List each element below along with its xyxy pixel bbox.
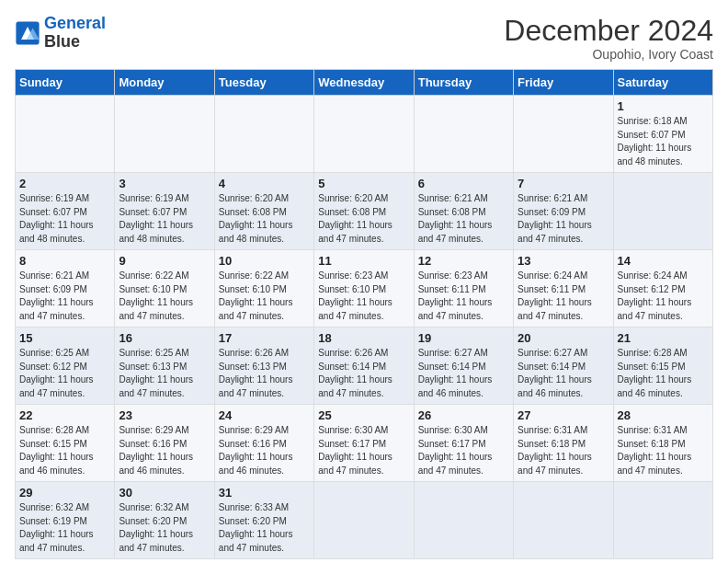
day-detail: Sunrise: 6:21 AMSunset: 6:08 PMDaylight:… (418, 192, 509, 246)
day-detail: Sunrise: 6:32 AMSunset: 6:20 PMDaylight:… (119, 501, 210, 555)
title-block: December 2024 Oupohio, Ivory Coast (504, 15, 713, 62)
day-number: 19 (418, 331, 509, 345)
calendar-empty-cell (16, 96, 115, 173)
calendar-day-cell: 20 Sunrise: 6:27 AMSunset: 6:14 PMDaylig… (514, 327, 613, 405)
day-detail: Sunrise: 6:21 AMSunset: 6:09 PMDaylight:… (518, 192, 609, 246)
day-number: 7 (518, 177, 609, 190)
day-detail: Sunrise: 6:32 AMSunset: 6:19 PMDaylight:… (19, 501, 110, 555)
day-number: 1 (618, 99, 709, 113)
day-detail: Sunrise: 6:19 AMSunset: 6:07 PMDaylight:… (19, 192, 110, 246)
calendar-day-cell: 31 Sunrise: 6:33 AMSunset: 6:20 PMDaylig… (214, 482, 313, 559)
calendar-day-cell: 19 Sunrise: 6:27 AMSunset: 6:14 PMDaylig… (414, 327, 513, 405)
calendar-empty-cell (314, 96, 414, 173)
day-detail: Sunrise: 6:29 AMSunset: 6:16 PMDaylight:… (219, 424, 310, 477)
calendar-day-cell: 8 Sunrise: 6:21 AMSunset: 6:09 PMDayligh… (16, 250, 115, 327)
calendar-day-header: Thursday (414, 70, 513, 96)
day-detail: Sunrise: 6:22 AMSunset: 6:10 PMDaylight:… (219, 270, 310, 323)
day-number: 8 (19, 254, 110, 268)
day-detail: Sunrise: 6:29 AMSunset: 6:16 PMDaylight:… (119, 424, 210, 477)
calendar-week-row: 29 Sunrise: 6:32 AMSunset: 6:19 PMDaylig… (16, 482, 713, 559)
calendar-day-header: Sunday (16, 70, 115, 96)
calendar-week-row: 15 Sunrise: 6:25 AMSunset: 6:12 PMDaylig… (16, 327, 713, 405)
calendar-empty-cell (414, 96, 513, 173)
calendar-week-row: 22 Sunrise: 6:28 AMSunset: 6:15 PMDaylig… (16, 405, 713, 482)
calendar-day-cell: 28 Sunrise: 6:31 AMSunset: 6:18 PMDaylig… (613, 405, 712, 482)
logo-icon (15, 20, 40, 46)
page-header: General Blue December 2024 Oupohio, Ivor… (15, 15, 713, 62)
day-detail: Sunrise: 6:24 AMSunset: 6:12 PMDaylight:… (618, 270, 709, 323)
day-detail: Sunrise: 6:28 AMSunset: 6:15 PMDaylight:… (618, 347, 709, 400)
day-number: 15 (19, 331, 110, 345)
day-number: 14 (618, 254, 709, 268)
calendar-day-cell: 29 Sunrise: 6:32 AMSunset: 6:19 PMDaylig… (16, 482, 115, 559)
calendar-week-row: 2 Sunrise: 6:19 AMSunset: 6:07 PMDayligh… (16, 173, 713, 250)
calendar-empty-cell (115, 96, 214, 173)
day-detail: Sunrise: 6:26 AMSunset: 6:13 PMDaylight:… (219, 347, 310, 400)
day-detail: Sunrise: 6:28 AMSunset: 6:15 PMDaylight:… (19, 424, 110, 477)
calendar-week-row: 1 Sunrise: 6:18 AMSunset: 6:07 PMDayligh… (16, 96, 713, 173)
calendar-day-cell: 22 Sunrise: 6:28 AMSunset: 6:15 PMDaylig… (16, 405, 115, 482)
logo-text: General Blue (44, 15, 106, 52)
calendar-day-header: Wednesday (314, 70, 414, 96)
calendar-day-cell: 15 Sunrise: 6:25 AMSunset: 6:12 PMDaylig… (16, 327, 115, 405)
calendar-day-cell: 3 Sunrise: 6:19 AMSunset: 6:07 PMDayligh… (115, 173, 214, 250)
day-detail: Sunrise: 6:18 AMSunset: 6:07 PMDaylight:… (618, 115, 709, 168)
day-detail: Sunrise: 6:27 AMSunset: 6:14 PMDaylight:… (518, 347, 609, 400)
day-number: 24 (219, 408, 310, 422)
logo-line1: General (44, 14, 106, 32)
calendar-day-cell: 30 Sunrise: 6:32 AMSunset: 6:20 PMDaylig… (115, 482, 214, 559)
calendar-day-cell: 1 Sunrise: 6:18 AMSunset: 6:07 PMDayligh… (613, 96, 712, 173)
calendar-subtitle: Oupohio, Ivory Coast (504, 47, 713, 62)
calendar-day-cell (613, 482, 712, 559)
day-number: 4 (219, 177, 310, 190)
day-number: 30 (119, 486, 210, 500)
calendar-day-cell: 2 Sunrise: 6:19 AMSunset: 6:07 PMDayligh… (16, 173, 115, 250)
day-number: 26 (418, 408, 509, 422)
calendar-day-cell: 21 Sunrise: 6:28 AMSunset: 6:15 PMDaylig… (613, 327, 712, 405)
day-number: 3 (119, 177, 210, 190)
day-detail: Sunrise: 6:20 AMSunset: 6:08 PMDaylight:… (318, 192, 409, 246)
calendar-day-header: Tuesday (214, 70, 313, 96)
calendar-day-cell: 16 Sunrise: 6:25 AMSunset: 6:13 PMDaylig… (115, 327, 214, 405)
day-number: 23 (119, 408, 210, 422)
day-detail: Sunrise: 6:25 AMSunset: 6:12 PMDaylight:… (19, 347, 110, 400)
day-number: 16 (119, 331, 210, 345)
calendar-table: SundayMondayTuesdayWednesdayThursdayFrid… (15, 69, 713, 559)
calendar-day-cell: 12 Sunrise: 6:23 AMSunset: 6:11 PMDaylig… (414, 250, 513, 327)
calendar-day-header: Monday (115, 70, 214, 96)
calendar-day-cell (414, 482, 513, 559)
day-detail: Sunrise: 6:23 AMSunset: 6:10 PMDaylight:… (318, 270, 409, 323)
day-detail: Sunrise: 6:30 AMSunset: 6:17 PMDaylight:… (318, 424, 409, 477)
day-number: 18 (318, 331, 409, 345)
day-detail: Sunrise: 6:27 AMSunset: 6:14 PMDaylight:… (418, 347, 509, 400)
day-number: 28 (618, 408, 709, 422)
day-number: 6 (418, 177, 509, 190)
calendar-day-header: Friday (514, 70, 613, 96)
day-number: 17 (219, 331, 310, 345)
calendar-empty-cell (514, 96, 613, 173)
day-detail: Sunrise: 6:21 AMSunset: 6:09 PMDaylight:… (19, 270, 110, 323)
calendar-day-cell: 11 Sunrise: 6:23 AMSunset: 6:10 PMDaylig… (314, 250, 414, 327)
day-number: 9 (119, 254, 210, 268)
calendar-day-cell: 9 Sunrise: 6:22 AMSunset: 6:10 PMDayligh… (115, 250, 214, 327)
calendar-day-cell: 13 Sunrise: 6:24 AMSunset: 6:11 PMDaylig… (514, 250, 613, 327)
day-detail: Sunrise: 6:20 AMSunset: 6:08 PMDaylight:… (219, 192, 310, 246)
calendar-day-cell: 4 Sunrise: 6:20 AMSunset: 6:08 PMDayligh… (214, 173, 313, 250)
calendar-day-cell: 27 Sunrise: 6:31 AMSunset: 6:18 PMDaylig… (514, 405, 613, 482)
calendar-day-cell: 14 Sunrise: 6:24 AMSunset: 6:12 PMDaylig… (613, 250, 712, 327)
day-detail: Sunrise: 6:19 AMSunset: 6:07 PMDaylight:… (119, 192, 210, 246)
calendar-day-cell: 10 Sunrise: 6:22 AMSunset: 6:10 PMDaylig… (214, 250, 313, 327)
day-detail: Sunrise: 6:23 AMSunset: 6:11 PMDaylight:… (418, 270, 509, 323)
calendar-day-header: Saturday (613, 70, 712, 96)
day-number: 31 (219, 486, 310, 500)
day-detail: Sunrise: 6:26 AMSunset: 6:14 PMDaylight:… (318, 347, 409, 400)
calendar-week-row: 8 Sunrise: 6:21 AMSunset: 6:09 PMDayligh… (16, 250, 713, 327)
logo: General Blue (15, 15, 106, 52)
calendar-day-cell (613, 173, 712, 250)
calendar-day-cell: 26 Sunrise: 6:30 AMSunset: 6:17 PMDaylig… (414, 405, 513, 482)
logo-line2: Blue (44, 33, 106, 52)
calendar-day-cell: 24 Sunrise: 6:29 AMSunset: 6:16 PMDaylig… (214, 405, 313, 482)
calendar-day-cell: 18 Sunrise: 6:26 AMSunset: 6:14 PMDaylig… (314, 327, 414, 405)
day-number: 13 (518, 254, 609, 268)
calendar-day-cell: 5 Sunrise: 6:20 AMSunset: 6:08 PMDayligh… (314, 173, 414, 250)
